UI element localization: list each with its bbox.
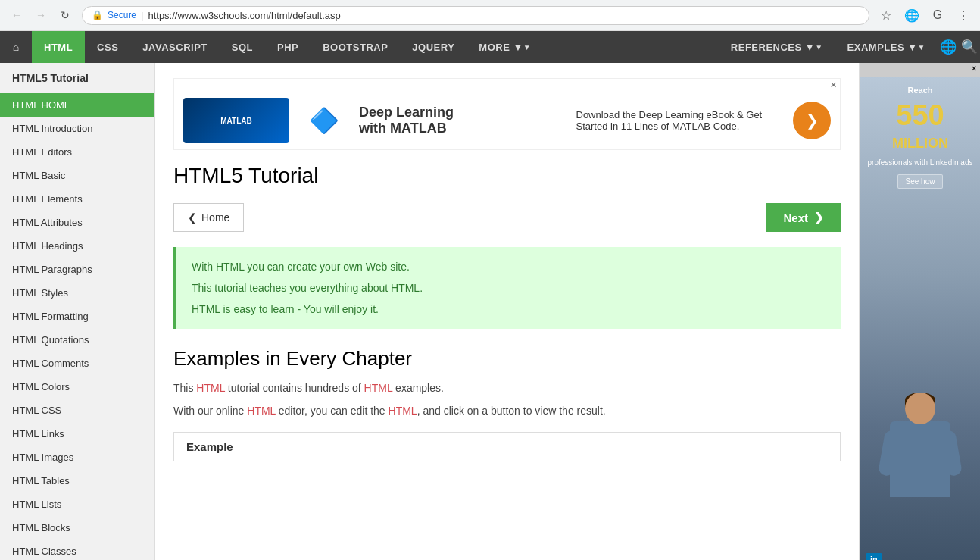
p2-after: , and click on a button to view the resu… (417, 405, 606, 417)
bookmark-button[interactable]: ☆ (875, 5, 897, 26)
p2-before: With our online (173, 405, 247, 417)
p2-between: editor, you can edit the (276, 405, 389, 417)
sidebar-item-html-comments[interactable]: HTML Comments (0, 352, 154, 375)
sidebar-item-html-quotations[interactable]: HTML Quotations (0, 328, 154, 352)
ad-li-badge-row: in (866, 553, 975, 560)
ad-top-bar: ✕ (174, 79, 840, 92)
nav-bar: ⌂ HTML CSS JAVASCRIPT SQL PHP BOOTSTRAP … (0, 31, 980, 63)
ad-see-how-button[interactable]: See how (897, 174, 944, 189)
ad-logo: MATLAB (183, 98, 289, 143)
example-box-title: Example (174, 433, 840, 461)
sidebar-item-html-tables[interactable]: HTML Tables (0, 469, 154, 493)
ad-desc: professionals with LinkedIn ads (868, 158, 973, 168)
p1-before: This (173, 382, 196, 394)
nav-item-references[interactable]: REFERENCES ▼ (719, 31, 835, 63)
ad-arrow-button[interactable]: ❯ (793, 102, 831, 139)
sidebar-item-html-home[interactable]: HTML HOME (0, 93, 154, 117)
sidebar-item-html-css[interactable]: HTML CSS (0, 399, 154, 422)
sidebar-item-html-introduction[interactable]: HTML Introduction (0, 117, 154, 140)
info-line-2: This tutorial teaches you everything abo… (192, 282, 826, 294)
ad-panel-topbar: ✕ (860, 63, 980, 77)
p2-html2[interactable]: HTML (389, 405, 417, 417)
browser-nav-buttons: ← → ↻ (6, 5, 76, 26)
nav-item-jquery[interactable]: JQUERY (400, 31, 467, 63)
sidebar-item-html-images[interactable]: HTML Images (0, 446, 154, 469)
person-head (905, 393, 935, 424)
next-button[interactable]: Next ❯ (766, 203, 841, 232)
nav-item-php[interactable]: PHP (265, 31, 311, 63)
sidebar-item-html-basic[interactable]: HTML Basic (0, 164, 154, 187)
nav-item-more[interactable]: MORE ▼ (467, 31, 543, 63)
info-line-1: With HTML you can create your own Web si… (192, 261, 826, 273)
prev-arrow-icon: ❮ (188, 211, 197, 224)
nav-item-html[interactable]: HTML (32, 31, 85, 63)
linkedin-ad: Reach 550 MILLION professionals with Lin… (860, 77, 980, 560)
forward-button[interactable]: → (30, 5, 51, 26)
ad-close-x[interactable]: ✕ (830, 80, 837, 90)
lock-icon: 🔒 (92, 10, 103, 20)
back-button[interactable]: ← (6, 5, 27, 26)
sidebar-item-html-classes[interactable]: HTML Classes (0, 540, 154, 560)
nav-item-bootstrap[interactable]: BOOTSTRAP (311, 31, 400, 63)
section-title: Examples in Every Chapter (173, 347, 841, 371)
nav-buttons-row: ❮ Home Next ❯ (173, 203, 841, 232)
sidebar-item-html-formatting[interactable]: HTML Formatting (0, 305, 154, 328)
account-button[interactable]: G (927, 5, 948, 26)
p1-after: examples. (392, 382, 444, 394)
address-bar[interactable]: 🔒 Secure | https://www.w3schools.com/htm… (82, 6, 869, 25)
person-body (890, 421, 950, 497)
top-ad-banner: ✕ MATLAB 🔷 Deep Learningwith MATLAB Down… (173, 78, 841, 150)
paragraph-1: This HTML tutorial contains hundreds of … (173, 380, 841, 396)
sidebar-item-html-paragraphs[interactable]: HTML Paragraphs (0, 258, 154, 281)
search-button[interactable]: 🔍 (959, 36, 980, 58)
url-page: default.asp (292, 10, 341, 21)
main-layout: HTML5 Tutorial HTML HOME HTML Introducti… (0, 63, 980, 560)
sidebar-item-html-links[interactable]: HTML Links (0, 422, 154, 446)
ad-person-area (866, 195, 975, 544)
nav-home-button[interactable]: ⌂ (0, 31, 32, 63)
sidebar-item-html-elements[interactable]: HTML Elements (0, 187, 154, 211)
p1-html2[interactable]: HTML (364, 382, 393, 394)
sidebar-item-html-colors[interactable]: HTML Colors (0, 375, 154, 399)
browser-right-icons: ☆ 🌐 G ⋮ (875, 5, 974, 26)
nav-item-css[interactable]: CSS (85, 31, 130, 63)
translate-button[interactable]: 🌐 (901, 5, 922, 26)
nav-item-javascript[interactable]: JAVASCRIPT (130, 31, 219, 63)
reload-button[interactable]: ↻ (55, 5, 76, 26)
browser-toolbar: ← → ↻ 🔒 Secure | https://www.w3schools.c… (0, 0, 980, 30)
sidebar: HTML5 Tutorial HTML HOME HTML Introducti… (0, 63, 155, 560)
p1-html1[interactable]: HTML (196, 382, 225, 394)
content-area: ✕ MATLAB 🔷 Deep Learningwith MATLAB Down… (155, 63, 859, 560)
info-box: With HTML you can create your own Web si… (173, 247, 841, 329)
separator: | (141, 10, 143, 21)
example-box: Example (173, 432, 841, 461)
sidebar-item-html-blocks[interactable]: HTML Blocks (0, 516, 154, 540)
p2-html1[interactable]: HTML (247, 405, 276, 417)
ad-reach-text: Reach (907, 86, 932, 95)
ad-body-text: Download the Deep Learning eBook & Get S… (576, 109, 782, 132)
sidebar-item-html-editors[interactable]: HTML Editors (0, 140, 154, 164)
language-button[interactable]: 🌐 (938, 36, 959, 58)
right-ad-panel: ✕ Reach 550 MILLION professionals with L… (859, 63, 980, 560)
secure-text: Secure (108, 10, 136, 20)
sidebar-item-html-styles[interactable]: HTML Styles (0, 281, 154, 305)
sidebar-item-html-attributes[interactable]: HTML Attributes (0, 211, 154, 234)
ad-million-number: 550 (896, 101, 944, 130)
paragraph-2: With our online HTML editor, you can edi… (173, 402, 841, 419)
prev-button[interactable]: ❮ Home (173, 203, 244, 232)
sidebar-item-html-lists[interactable]: HTML Lists (0, 493, 154, 516)
nav-item-examples[interactable]: EXAMPLES ▼ (835, 31, 938, 63)
prev-button-label: Home (201, 211, 229, 224)
nav-item-sql[interactable]: SQL (220, 31, 265, 63)
sidebar-item-html-headings[interactable]: HTML Headings (0, 234, 154, 258)
browser-chrome: ← → ↻ 🔒 Secure | https://www.w3schools.c… (0, 0, 980, 31)
ad-headline: Deep Learningwith MATLAB (359, 105, 564, 136)
menu-button[interactable]: ⋮ (953, 5, 974, 26)
ad-inner: MATLAB 🔷 Deep Learningwith MATLAB Downlo… (174, 92, 840, 149)
p1-between: tutorial contains hundreds of (225, 382, 364, 394)
li-badge: in (866, 553, 882, 560)
ad-image: 🔷 (301, 98, 347, 143)
next-button-label: Next (783, 211, 808, 224)
ad-panel-close[interactable]: ✕ (971, 64, 977, 75)
page-title: HTML5 Tutorial (173, 164, 841, 188)
